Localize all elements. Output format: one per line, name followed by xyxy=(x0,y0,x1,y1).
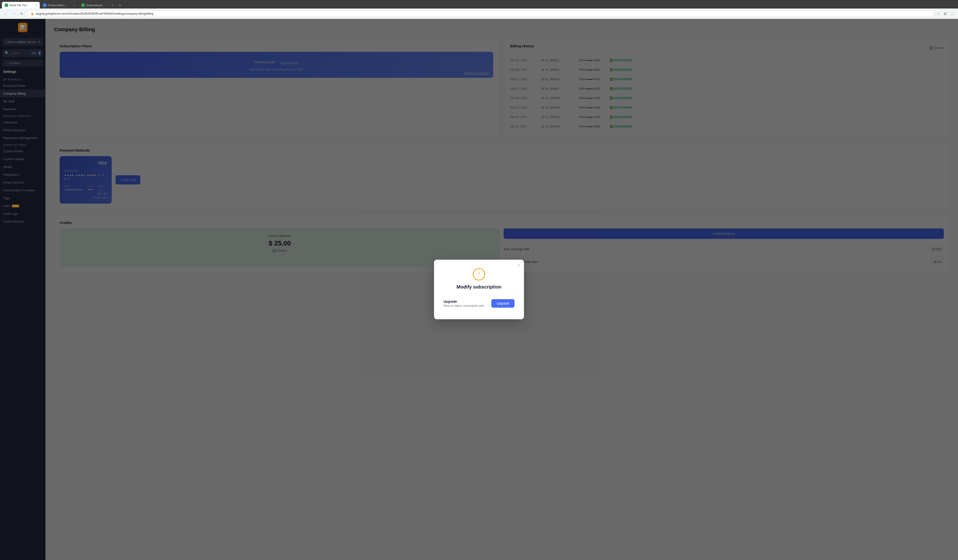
tab-favicon-3 xyxy=(81,3,85,7)
tab-product[interactable]: Product Metric... × xyxy=(40,2,78,8)
modal-warning-icon: ! xyxy=(473,268,485,280)
modify-subscription-modal: × ! Modify subscription Upgrade Move to … xyxy=(434,259,524,319)
tab-label-1: Blade P&L Pla... xyxy=(10,4,29,6)
new-tab-button[interactable]: + xyxy=(117,2,123,8)
warning-exclamation: ! xyxy=(478,271,480,278)
tab-close-1[interactable]: × xyxy=(35,3,37,7)
modal-option-text: Upgrade Move to higher subscription plan xyxy=(444,300,484,307)
modal-overlay[interactable]: × ! Modify subscription Upgrade Move to … xyxy=(0,19,958,560)
modal-option-desc: Move to higher subscription plan xyxy=(444,304,484,307)
extensions-button[interactable]: ⊞ xyxy=(942,11,948,17)
address-bar[interactable]: 🔒 staging.gohighlevel.com/v2/location/Ez… xyxy=(27,10,934,17)
modal-title: Modify subscription xyxy=(444,284,514,290)
reload-button[interactable]: ↻ xyxy=(19,11,25,17)
modal-close-button[interactable]: × xyxy=(517,263,520,268)
toolbar-actions: ☆ ⊞ ⋮ xyxy=(936,11,955,17)
tabs-bar: Blade P&L Pla... × Product Metric... × S… xyxy=(0,0,958,8)
modal-upgrade-option: Upgrade Move to higher subscription plan… xyxy=(444,296,514,311)
lock-icon: 🔒 xyxy=(30,12,34,15)
forward-button[interactable]: → xyxy=(11,11,17,17)
tab-blade[interactable]: Blade P&L Pla... × xyxy=(2,2,40,8)
tab-close-2[interactable]: × xyxy=(74,3,75,7)
browser-toolbar: ← → ↻ 🔒 staging.gohighlevel.com/v2/locat… xyxy=(0,8,958,19)
modal-option-label: Upgrade xyxy=(444,300,484,304)
bookmark-button[interactable]: ☆ xyxy=(936,11,941,17)
upgrade-button[interactable]: Upgrade xyxy=(491,299,514,308)
back-button[interactable]: ← xyxy=(3,11,9,17)
tab-suspending[interactable]: Suspending A... × xyxy=(79,2,116,8)
url-text: staging.gohighlevel.com/v2/location/EzRh… xyxy=(35,12,153,15)
tab-close-3[interactable]: × xyxy=(112,3,114,7)
menu-button[interactable]: ⋮ xyxy=(949,11,955,17)
browser-chrome: Blade P&L Pla... × Product Metric... × S… xyxy=(0,0,958,19)
tab-label-3: Suspending A... xyxy=(86,4,105,6)
tab-label-2: Product Metric... xyxy=(48,4,67,6)
tab-favicon-1 xyxy=(5,3,8,7)
tab-favicon-2 xyxy=(43,3,46,7)
